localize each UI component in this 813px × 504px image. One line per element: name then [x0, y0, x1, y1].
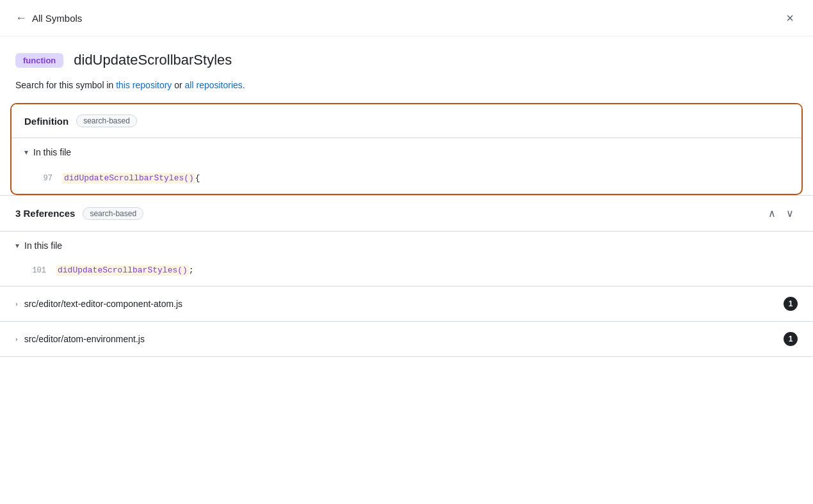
chevron-right-icon-0: ›	[15, 300, 18, 308]
ref-code-plain: ;	[189, 265, 194, 275]
definition-header: Definition search-based	[12, 104, 801, 138]
back-nav[interactable]: ← All Symbols	[15, 12, 82, 25]
other-file-left-0: › src/editor/text-editor-component-atom.…	[15, 299, 182, 309]
definition-code-line: 97 didUpdateScrollbarStyles() {	[12, 166, 801, 194]
search-connector: or	[174, 80, 184, 90]
search-all-link[interactable]: all repositories.	[185, 80, 245, 90]
ref-file-header-this[interactable]: ▾ In this file	[0, 232, 813, 260]
collapse-controls: ∧ ∨	[764, 206, 798, 221]
back-arrow-icon: ←	[15, 12, 27, 25]
symbol-header: function didUpdateScrollbarStyles	[0, 36, 813, 76]
ref-code-line: 101 didUpdateScrollbarStyles();	[0, 260, 813, 286]
definition-file-group: ▾ In this file 97 didUpdateScrollbarStyl…	[12, 138, 801, 194]
search-repo-link[interactable]: this repository	[116, 80, 172, 90]
ref-in-this-file-label: In this file	[24, 240, 62, 251]
collapse-up-button[interactable]: ∧	[764, 206, 780, 221]
references-title: 3 References	[15, 208, 75, 219]
references-header: 3 References search-based ∧ ∨	[0, 196, 813, 232]
definition-title: Definition	[24, 116, 68, 127]
definition-in-this-file-label: In this file	[33, 147, 71, 157]
definition-file-header[interactable]: ▾ In this file	[12, 138, 801, 166]
other-file-entry-0[interactable]: › src/editor/text-editor-component-atom.…	[0, 287, 813, 322]
references-badge: search-based	[83, 207, 143, 220]
definition-section: Definition search-based ▾ In this file 9…	[10, 103, 803, 195]
other-file-count-1: 1	[784, 332, 798, 346]
back-label: All Symbols	[32, 13, 82, 24]
ref-code-content[interactable]: didUpdateScrollbarStyles();	[56, 265, 194, 276]
collapse-down-button[interactable]: ∨	[782, 206, 798, 221]
ref-line-number: 101	[31, 266, 46, 275]
other-file-path-1: src/editor/atom-environment.js	[24, 334, 145, 344]
other-file-entry-1[interactable]: › src/editor/atom-environment.js 1	[0, 322, 813, 357]
symbol-panel: ← All Symbols × function didUpdateScroll…	[0, 0, 813, 504]
ref-chevron-down-icon: ▾	[15, 241, 19, 250]
references-title-group: 3 References search-based	[15, 207, 143, 220]
definition-code-highlighted: didUpdateScrollbarStyles()	[63, 173, 195, 184]
definition-badge: search-based	[76, 114, 137, 127]
definition-line-number: 97	[37, 174, 52, 183]
ref-code-highlighted: didUpdateScrollbarStyles()	[56, 265, 189, 276]
references-section: 3 References search-based ∧ ∨ ▾ In this …	[0, 195, 813, 357]
other-file-count-0: 1	[784, 297, 798, 311]
definition-code-plain: {	[195, 173, 200, 183]
other-file-path-0: src/editor/text-editor-component-atom.js	[24, 299, 182, 309]
chevron-right-icon-1: ›	[15, 335, 18, 343]
ref-file-group-this: ▾ In this file 101 didUpdateScrollbarSty…	[0, 232, 813, 287]
function-badge: function	[15, 53, 63, 68]
search-prefix: Search for this symbol in	[15, 80, 113, 90]
definition-code-content[interactable]: didUpdateScrollbarStyles() {	[63, 173, 200, 184]
chevron-down-icon: ▾	[24, 148, 28, 157]
panel-header: ← All Symbols ×	[0, 0, 813, 36]
search-links: Search for this symbol in this repositor…	[0, 76, 813, 103]
symbol-name: didUpdateScrollbarStyles	[74, 52, 232, 68]
other-file-left-1: › src/editor/atom-environment.js	[15, 334, 145, 344]
close-button[interactable]: ×	[782, 10, 798, 26]
